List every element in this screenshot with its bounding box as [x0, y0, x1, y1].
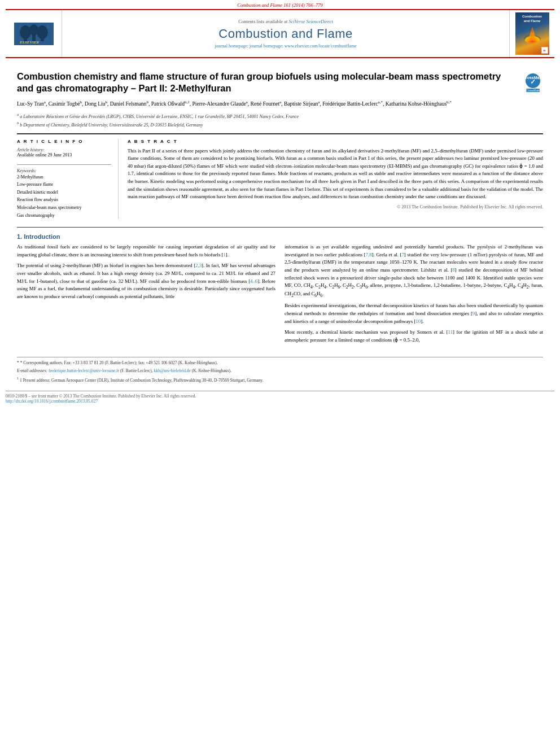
doi-line: http://dx.doi.org/10.1016/j.combustflame…: [6, 399, 554, 404]
keyword-6: Gas chromatography: [17, 212, 111, 220]
article-history-section: Article history: Available online 29 Jun…: [17, 147, 111, 165]
intro-para-4: Besides experimental investigations, the…: [285, 302, 543, 325]
footnote-email-text: E-mail addresses: frederique.battin-lecl…: [17, 368, 231, 373]
ref-1[interactable]: 1: [223, 252, 225, 257]
article-content: Combustion chemistry and flame structure…: [0, 58, 560, 391]
ref-7-8[interactable]: 7,8: [366, 252, 372, 257]
available-online: Available online 29 June 2013: [17, 152, 111, 158]
svg-text:CrossMark: CrossMark: [526, 89, 540, 92]
authors-section: Luc-Sy Trana, Casimir Togbéb, Dong Liub,…: [17, 99, 543, 108]
history-label: Article history:: [17, 147, 111, 152]
svg-text:✓: ✓: [530, 78, 536, 86]
ref-4-6[interactable]: 4–6: [250, 278, 257, 284]
introduction-body: As traditional fossil fuels are consider…: [17, 243, 543, 347]
issn-line: 0010-2180/$ – see front matter © 2013 Th…: [6, 394, 554, 399]
keyword-2: Low-pressure flame: [17, 181, 111, 189]
keyword-1: 2-Methylfuran: [17, 173, 111, 181]
intro-para-3: information is as yet available regardin…: [285, 243, 543, 299]
article-info-abstract: A R T I C L E I N F O Article history: A…: [17, 133, 543, 220]
section-name: Introduction: [24, 233, 60, 240]
abstract-label: A B S T R A C T: [128, 139, 543, 144]
keyword-4: Reaction flow analysis: [17, 196, 111, 204]
svg-rect-6: [41, 37, 44, 41]
cover-title: Combustion and Flame: [522, 15, 542, 24]
sciencedirect-prefix: Contents lists available at: [238, 19, 287, 24]
homepage-label: journal homepage:: [215, 43, 250, 49]
article-history: Article history: Available online 29 Jun…: [17, 147, 111, 158]
cover-badge: R: [541, 47, 548, 54]
sciencedirect-link[interactable]: SciVerse ScienceDirect: [288, 19, 333, 24]
affiliations: a a Laboratoire Réactions et Génie des P…: [17, 112, 543, 128]
elsevier-logo: ELSEVIER: [14, 23, 54, 45]
affiliation-a: a a Laboratoire Réactions et Génie des P…: [17, 112, 543, 120]
ref-2-3[interactable]: 2,3: [195, 263, 202, 268]
article-info-label: A R T I C L E I N F O: [17, 139, 111, 144]
journal-homepage: journal homepage: journal homepage: www.…: [215, 43, 356, 49]
keywords-list: 2-Methylfuran Low-pressure flame Detaile…: [17, 173, 111, 220]
sciencedirect-line: Contents lists available at SciVerse Sci…: [238, 19, 333, 24]
section-number: 1.: [17, 233, 22, 240]
article-info-column: A R T I C L E I N F O Article history: A…: [17, 139, 119, 220]
keyword-3: Detailed kinetic model: [17, 189, 111, 196]
abstract-text: This is Part II of a series of three pap…: [128, 147, 543, 201]
journal-header: ELSEVIER Contents lists available at Sci…: [6, 9, 554, 58]
ref-8[interactable]: 8: [452, 267, 454, 273]
keywords-section: Keywords: 2-Methylfuran Low-pressure fla…: [17, 168, 111, 220]
footnote-email: E-mail addresses: frederique.battin-lecl…: [17, 368, 543, 374]
cover-flame-graphic: [521, 24, 544, 43]
elsevier-logo-graphic: ELSEVIER: [14, 23, 54, 45]
homepage-url[interactable]: journal homepage: www.elsevier.com/locat…: [250, 43, 357, 49]
bottom-bar: 0010-2180/$ – see front matter © 2013 Th…: [6, 391, 554, 406]
intro-para-5: Most recently, a chemical kinetic mechan…: [285, 329, 543, 344]
intro-para-2: The potential of using 2-methylfuran (MF…: [17, 262, 275, 300]
abstract-column: A B S T R A C T This is Part II of a ser…: [128, 139, 543, 220]
article-title: Combustion chemistry and flame structure…: [17, 71, 523, 95]
journal-title: Combustion and Flame: [218, 27, 352, 41]
ref-10[interactable]: 10: [415, 318, 421, 324]
introduction-section: 1. Introduction As traditional fossil fu…: [17, 227, 543, 347]
doi-link[interactable]: http://dx.doi.org/10.1016/j.combustflame…: [6, 399, 98, 404]
journal-cover: Combustion and Flame: [515, 12, 549, 55]
top-bar: Combustion and Flame 161 (2014) 766–779: [0, 0, 560, 9]
journal-header-center: Contents lists available at SciVerse Sci…: [62, 10, 509, 57]
affiliation-b: b b Department of Chemistry, Bielefeld U…: [17, 120, 543, 129]
footnote-star-text: * Corresponding authors. Fax: +33 3 83 3…: [20, 360, 218, 365]
footnote-star: * * Corresponding authors. Fax: +33 3 83…: [17, 360, 543, 366]
intro-col-left: As traditional fossil fuels are consider…: [17, 243, 275, 347]
intro-para-1: As traditional fossil fuels are consider…: [17, 243, 275, 259]
journal-cover-section: Combustion and Flame: [509, 10, 554, 57]
footnote-area: * * Corresponding authors. Fax: +33 3 83…: [17, 357, 543, 383]
elsevier-logo-section: ELSEVIER: [6, 10, 62, 57]
keywords-label: Keywords:: [17, 168, 111, 173]
footnote-1: 1 1 Present address: German Aerospace Ce…: [17, 375, 543, 383]
page-wrapper: Combustion and Flame 161 (2014) 766–779: [0, 0, 560, 406]
ref-9[interactable]: 9: [473, 311, 475, 316]
keyword-5: Molecular-beam mass spectrometry: [17, 204, 111, 212]
abstract-copyright: © 2013 The Combustion Institute. Publish…: [128, 204, 543, 209]
journal-ref: Combustion and Flame 161 (2014) 766–779: [237, 2, 322, 8]
intro-col-right: information is as yet available regardin…: [285, 243, 543, 347]
crossmark-badge[interactable]: CrossMark ✓ CrossMark: [523, 73, 543, 93]
section-title: 1. Introduction: [17, 233, 543, 240]
svg-text:ELSEVIER: ELSEVIER: [19, 40, 40, 45]
ref-11[interactable]: 11: [448, 329, 453, 335]
ref-7[interactable]: 7: [401, 252, 404, 257]
article-title-section: Combustion chemistry and flame structure…: [17, 71, 543, 95]
